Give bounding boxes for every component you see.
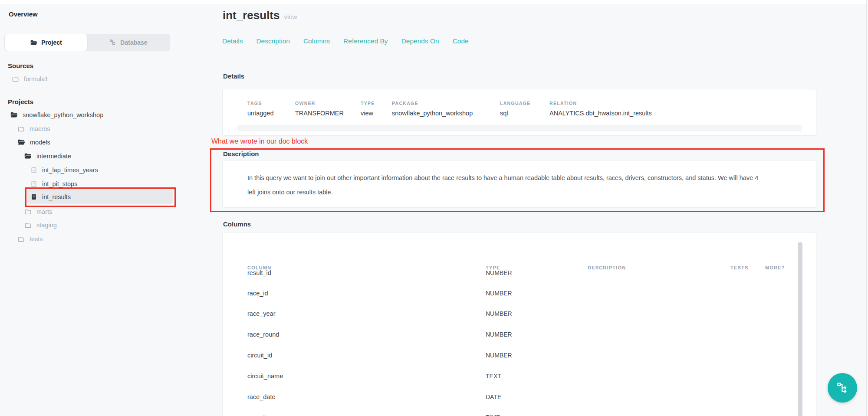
tab-project-label: Project [41,39,62,46]
description-heading: Description [223,150,259,157]
details-card: TAGS untagged OWNER TRANSFORMER TYPE vie… [222,89,816,136]
annotation-text: What we wrote in our doc block [211,138,308,145]
sidebar-item-int-lap-times-years[interactable]: int_lap_times_years [30,163,98,177]
section-nav: Details Description Columns Referenced B… [222,37,816,55]
column-name-cell[interactable]: circuit_name [247,373,283,380]
column-name-cell[interactable]: circuit_id [247,352,272,359]
field-label: OWNER [295,101,361,106]
details-field-tags: TAGS untagged [247,101,295,117]
column-header-tests: TESTS [730,265,748,270]
column-name-cell[interactable]: race_round [247,331,279,338]
folder-icon [24,222,32,229]
details-field-type: TYPE view [361,101,392,117]
sidebar-item-int-results-selected[interactable]: int_results [27,190,173,204]
nav-link-columns[interactable]: Columns [303,37,330,45]
tree-item-label: marts [36,208,52,215]
column-type-cell: NUMBER [486,331,512,338]
table-scrollbar[interactable] [798,242,802,416]
tree-item-label: int_pit_stops [42,180,77,187]
columns-heading: Columns [223,220,251,228]
model-name: int_results [223,9,280,22]
column-header-description: DESCRIPTION [588,265,626,270]
model-type-subtitle: view [284,13,297,20]
field-value: view [361,110,392,117]
column-type-cell: TIME [486,414,500,416]
nav-link-details[interactable]: Details [222,37,243,45]
column-type-cell: DATE [486,393,501,400]
column-type-cell: NUMBER [486,290,512,297]
column-type-cell: NUMBER [486,269,512,276]
column-name-cell[interactable]: race_id [247,290,268,297]
lineage-graph-icon [836,381,849,394]
field-value: ANALYTICS.dbt_hwatson.int_results [549,110,816,117]
sidebar-item-staging[interactable]: staging [24,218,57,232]
sidebar-item-snowflake-python-workshop[interactable]: snowflake_python_workshop [10,108,103,122]
column-name-cell[interactable]: race_time [247,414,275,416]
folder-icon [12,75,19,83]
folder-open-icon [17,138,25,146]
tree-item-label: tests [30,236,43,242]
column-name-cell[interactable]: race_year [247,310,275,317]
tab-project[interactable]: Project [5,34,87,51]
field-label: RELATION [549,101,816,106]
window-scrollbar-track[interactable] [866,0,868,416]
sidebar-item-intermediate[interactable]: intermediate [24,149,71,163]
field-label: TYPE [361,101,392,106]
column-type-cell: TEXT [486,373,501,380]
field-label: TAGS [247,101,295,106]
details-footer-strip[interactable] [237,125,802,131]
top-strip [0,0,868,4]
details-field-relation: RELATION ANALYTICS.dbt_hwatson.int_resul… [549,101,816,117]
dbt-docs-page: Overview Project Database Sources formul… [0,0,868,416]
field-value: untagged [247,110,295,117]
tree-item-label: macros [30,125,50,132]
tree-item-label: int_results [42,193,71,200]
field-value: TRANSFORMER [295,110,361,117]
tree-item-label: models [30,139,50,146]
projects-heading: Projects [8,98,33,105]
page-title: int_resultsview [223,9,297,22]
folder-icon [17,125,25,133]
folder-icon [17,236,25,243]
folder-icon [24,208,32,216]
description-body: In this query we want to join out other … [223,161,787,200]
details-fields: TAGS untagged OWNER TRANSFORMER TYPE vie… [223,89,816,117]
file-filled-icon [30,193,37,200]
tab-database-label: Database [120,39,147,46]
column-type-cell: NUMBER [486,310,512,317]
sidebar-item-tests[interactable]: tests [17,232,43,246]
sidebar-item-macros[interactable]: macros [17,122,50,136]
tree-item-label: snowflake_python_workshop [23,111,103,118]
details-field-language: LANGUAGE sql [500,101,549,117]
folder-open-icon [10,111,18,119]
file-icon [30,180,37,187]
file-icon [30,167,37,174]
sidebar-item-int-pit-stops[interactable]: int_pit_stops [30,177,77,191]
lineage-graph-button[interactable] [828,373,857,403]
overview-heading: Overview [9,10,38,18]
source-label: formula1 [24,75,48,82]
sidebar-item-models[interactable]: models [17,135,50,149]
nav-link-description[interactable]: Description [256,37,290,45]
tree-item-label: intermediate [36,153,71,160]
column-name-cell[interactable]: result_id [247,269,271,276]
sidebar-item-marts[interactable]: marts [24,205,52,219]
field-value: sql [500,110,549,117]
tree-item-label: int_lap_times_years [42,167,98,174]
field-label: LANGUAGE [500,101,549,106]
tree-item-label: staging [36,222,57,229]
nav-link-code[interactable]: Code [453,37,469,45]
nav-link-depends-on[interactable]: Depends On [401,37,439,45]
details-field-owner: OWNER TRANSFORMER [295,101,361,117]
details-field-package: PACKAGE snowflake_python_workshop [392,101,500,117]
sources-heading: Sources [8,62,33,69]
description-card: In this query we want to join out other … [222,160,816,208]
tab-database[interactable]: Database [87,34,170,51]
column-type-cell: NUMBER [486,352,512,359]
nav-link-referenced-by[interactable]: Referenced By [343,37,388,45]
details-heading: Details [223,72,244,80]
column-name-cell[interactable]: race_date [247,393,276,400]
column-header-more: MORE? [765,265,785,270]
sidebar-item-formula1[interactable]: formula1 [12,72,48,86]
field-value: snowflake_python_workshop [392,110,500,117]
